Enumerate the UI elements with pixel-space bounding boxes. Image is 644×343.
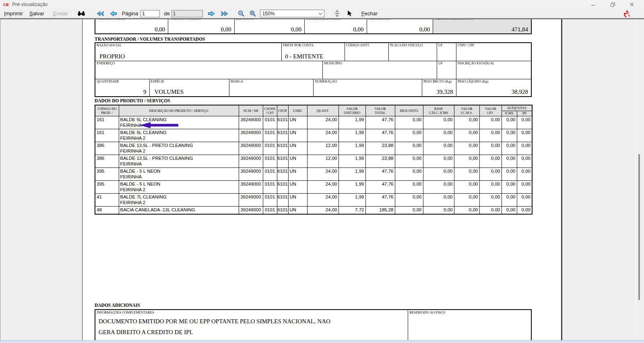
fit-height-button[interactable]: [332, 10, 342, 17]
field-label: INFORMAÇÕES COMPLEMENTARES: [97, 311, 154, 314]
select-cursor-button[interactable]: [345, 10, 354, 17]
field-value: 39,328: [436, 89, 453, 95]
cell-cfop: 6101: [277, 180, 288, 193]
table-row: 395BALDE - 5 L NEONFEIRINHA 239249000010…: [95, 180, 532, 193]
cell-base: 0,00: [423, 206, 454, 214]
cell-aicms: 0,00: [502, 167, 517, 180]
field-value: 0,00: [353, 26, 363, 33]
field-label: ESPÉCIE: [151, 80, 165, 83]
next-page-icon: [208, 11, 215, 17]
cell-aicms: 0,00: [502, 193, 517, 206]
frete-por-conta-cell: FRETE POR CONTA 0 - EMITENTE: [282, 43, 345, 61]
field-label: PESO BRUTO (Kg): [423, 80, 452, 83]
cell-codigo: 395: [95, 180, 119, 193]
restore-button[interactable]: [606, 0, 619, 8]
zoom-level-combobox[interactable]: 150%: [260, 10, 324, 17]
bottom-edge: [0, 340, 644, 343]
zoom-in-button[interactable]: [248, 10, 258, 17]
col-header-vunit: VALORUNITÁRIO: [339, 105, 365, 116]
first-page-icon: [97, 11, 104, 17]
cell-desc: BALDE - 5 L NEONFEIRINHA 2: [119, 180, 239, 193]
cell-cfop: 6101: [277, 155, 288, 167]
cell-desconto: 0,00: [395, 155, 423, 167]
cell-codigo: 48: [95, 206, 119, 214]
de-label: de: [164, 10, 169, 17]
cell-vunit: 1,99: [339, 167, 365, 180]
cell-aicms: 0,00: [502, 155, 517, 167]
section-title-transportador: TRANSPORTADOR / VOLUMES TRANSPORTADOS: [95, 37, 205, 41]
total-pages-field: [171, 10, 203, 17]
total-cell-nota: VALOR TOTAL DA NOTA 471,84: [433, 19, 531, 33]
placa-veiculo-cell: PLACA DO VEICULO: [389, 43, 437, 61]
cell-ncm: 39249000: [239, 116, 263, 129]
preview-area: VALOR DO FRETE 0,00 VALOR DO SEGURO 0,00…: [0, 19, 644, 340]
section-title-adicionais: DADOS ADICIONAIS: [95, 303, 140, 308]
cell-codigo: 161: [95, 116, 119, 129]
cell-aipi: 0,00: [517, 129, 532, 142]
search-button[interactable]: [76, 10, 87, 17]
last-page-button[interactable]: [219, 11, 230, 17]
cell-ncm: 39249000: [239, 180, 263, 193]
cell-csosn: 0101: [263, 116, 277, 129]
cell-aipi: 0,00: [517, 193, 532, 206]
fechar-button[interactable]: Fechar: [360, 10, 379, 17]
cell-codigo: 41: [95, 193, 119, 206]
total-cell: VALOR DO FRETE 0,00: [95, 19, 168, 33]
next-page-button[interactable]: [206, 11, 217, 17]
cell-unid: UN: [288, 116, 307, 129]
zoom-out-button[interactable]: [236, 10, 247, 17]
toolbar-separator: [329, 10, 329, 17]
cell-base: 0,00: [423, 129, 454, 142]
first-page-button[interactable]: [95, 11, 106, 17]
close-button[interactable]: [625, 0, 638, 8]
cell-unid: UN: [288, 142, 307, 155]
cell-vipi: 0,00: [479, 129, 502, 142]
cell-vicms: 0,00: [454, 142, 479, 155]
cursor-icon: [347, 10, 352, 17]
totals-row: VALOR DO FRETE 0,00 VALOR DO SEGURO 0,00…: [95, 19, 532, 34]
table-row: 395BALDE - 5 L NEONFEIRINHA3924900001016…: [95, 167, 532, 180]
cell-base: 0,00: [423, 193, 454, 206]
enviar-button[interactable]: Enviar: [52, 10, 70, 17]
uf-cell: UF: [437, 43, 456, 61]
table-row: 386BALDE 13,5L - PRETO CLEANINGFEIRINHA3…: [95, 155, 532, 167]
total-cell: OUTRAS DESP. ACESS. 0,00: [305, 19, 367, 33]
last-page-icon: [221, 11, 228, 17]
col-header-desconto: DESCONTO: [395, 105, 423, 116]
cell-csosn: 0101: [263, 142, 277, 155]
field-label: CÓDIGO ANTT: [346, 43, 369, 47]
cell-base: 0,00: [423, 155, 454, 167]
cell-vipi: 0,00: [479, 155, 502, 167]
document-content: VALOR DO FRETE 0,00 VALOR DO SEGURO 0,00…: [95, 19, 532, 340]
table-row: 386BALDE 13,5L - PRETO CLEANINGFEIRINHA …: [95, 142, 532, 155]
window-controls: [587, 0, 638, 8]
cell-quant: 24,00: [307, 129, 339, 142]
cell-vtotal: 47,76: [365, 167, 395, 180]
col-header-codigo: CÓDIGO DOPROD. /: [95, 105, 119, 116]
minimize-button[interactable]: [587, 0, 600, 8]
page-number-input[interactable]: [140, 10, 160, 17]
imprimir-button[interactable]: Imprimir: [2, 10, 25, 17]
prev-page-button[interactable]: [108, 11, 119, 17]
cell-vunit: 1,99: [339, 142, 365, 155]
col-header-quant: QUANT.: [307, 105, 339, 116]
col-header-unid: UNID.: [288, 105, 307, 116]
cell-vipi: 0,00: [479, 116, 502, 129]
app-icon: CtE: [3, 2, 9, 7]
razao-social-cell: RAZÃO SOCIAL PROPRIO: [95, 43, 282, 61]
cell-aicms: 0,00: [502, 206, 517, 214]
combo-chevron-icon: [318, 11, 322, 17]
col-header-vtotal: VALORTOTAL: [365, 105, 395, 116]
scrollbar-thumb[interactable]: [638, 154, 640, 300]
field-label: MUNICÍPIO: [324, 62, 342, 65]
field-label: UF: [438, 43, 443, 47]
cell-vtotal: 185,28: [365, 206, 395, 214]
cell-cfop: 6101: [277, 167, 288, 180]
cell-quant: 24,00: [307, 193, 339, 206]
cell-unid: UN: [288, 206, 307, 214]
field-label: VALOR DO IPI: [368, 19, 390, 21]
salvar-button[interactable]: Salvar: [28, 10, 46, 17]
table-row: 41BALDE 7L CLEANINGFEIRINHA 239249000010…: [95, 193, 532, 206]
zoom-level-value: 150%: [262, 11, 275, 17]
cell-cfop: 6101: [277, 193, 288, 206]
